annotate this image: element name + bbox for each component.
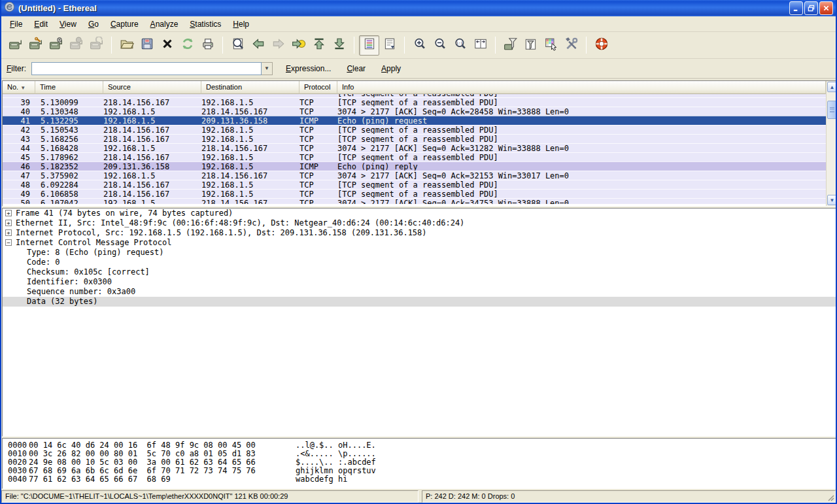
column-header-info[interactable]: Info <box>337 81 826 94</box>
packet-row-partial-bottom[interactable]: 506.107042192.168.1.5218.14.156.167TCP30… <box>3 198 826 204</box>
find-packet-button[interactable] <box>228 35 248 56</box>
packet-row[interactable]: 486.092284218.14.156.167192.168.1.5TCP[T… <box>3 180 826 189</box>
filter-input[interactable] <box>31 62 262 75</box>
capture-stop-button[interactable] <box>66 35 86 56</box>
capture-filter-button[interactable] <box>500 35 521 56</box>
go-forward-button[interactable] <box>268 35 288 56</box>
expand-icon[interactable]: + <box>5 229 12 236</box>
zoom-100-icon: 1:1 <box>453 37 468 54</box>
detail-line[interactable]: −Internet Control Message Protocol <box>3 238 837 248</box>
packet-row[interactable]: 455.178962218.14.156.167192.168.1.5TCP[T… <box>3 152 826 161</box>
packet-row[interactable]: 496.106858218.14.156.167192.168.1.5TCP[T… <box>3 189 826 198</box>
arrow-left-icon <box>251 37 265 54</box>
packet-row-partial-top[interactable]: [TCP segment of a reassembled PDU] <box>3 94 826 97</box>
folder-icon <box>120 37 134 54</box>
zoom-in-button[interactable] <box>409 35 430 56</box>
main-toolbar: 1:1 <box>1 32 836 59</box>
zoom-out-icon <box>433 37 447 54</box>
collapse-icon[interactable]: − <box>5 239 12 246</box>
menu-capture[interactable]: Capture <box>105 18 145 31</box>
resize-columns-button[interactable] <box>470 35 490 56</box>
column-header-protocol[interactable]: Protocol <box>299 81 337 94</box>
filter-apply-button[interactable]: Apply <box>379 63 403 75</box>
packet-row[interactable]: 425.150543218.14.156.167192.168.1.5TCP[T… <box>3 125 826 134</box>
printer-icon <box>201 37 215 54</box>
netcard-stop-icon <box>69 37 84 54</box>
zoom-100-button[interactable]: 1:1 <box>450 35 470 56</box>
expand-icon[interactable]: + <box>5 210 12 216</box>
menu-analyze[interactable]: Analyze <box>145 18 184 31</box>
filter-expression-button[interactable]: Expression... <box>283 63 333 75</box>
scroll-down-button[interactable]: ▼ <box>827 195 837 205</box>
scrollbar-thumb[interactable] <box>827 101 837 119</box>
print-button[interactable] <box>197 35 218 56</box>
filter-dropdown-button[interactable]: ▼ <box>262 62 273 75</box>
go-to-packet-button[interactable] <box>288 35 309 56</box>
detail-line[interactable]: Data (32 bytes) <box>3 297 837 307</box>
capture-filter-icon <box>504 37 518 54</box>
go-to-bottom-button[interactable] <box>329 35 349 56</box>
column-header-destination[interactable]: Destination <box>201 81 299 94</box>
filter-bar: Filter: ▼ Expression...ClearApply <box>1 59 836 79</box>
zoom-out-button[interactable] <box>430 35 450 56</box>
column-header-time[interactable]: Time <box>35 81 103 94</box>
hex-line[interactable]: 004077 61 62 63 64 65 66 67 68 69wabcdef… <box>3 475 837 484</box>
expand-icon[interactable]: + <box>5 220 12 226</box>
detail-line[interactable]: +Frame 41 (74 bytes on wire, 74 bytes ca… <box>3 209 837 218</box>
restore-button[interactable] <box>804 1 818 15</box>
reload-button[interactable] <box>177 35 197 56</box>
packet-row[interactable]: 475.375902192.168.1.5218.14.156.167TCP30… <box>3 171 826 180</box>
menu-go[interactable]: Go <box>82 18 105 31</box>
detail-line[interactable]: Code: 0 <box>3 258 837 267</box>
column-header-source[interactable]: Source <box>103 81 201 94</box>
packet-row[interactable]: 395.130099218.14.156.167192.168.1.5TCP[T… <box>3 97 826 107</box>
arrow-bottom-icon <box>332 37 347 54</box>
packet-row[interactable]: 435.168256218.14.156.167192.168.1.5TCP[T… <box>3 134 826 143</box>
packet-row[interactable]: 405.130348192.168.1.5218.14.156.167TCP30… <box>3 107 826 116</box>
menu-help[interactable]: Help <box>227 18 255 31</box>
packet-row[interactable]: 445.168428192.168.1.5218.14.156.167TCP30… <box>3 143 826 152</box>
status-bar: File: "C:\DOCUME~1\THELIT~1\LOCALS~1\Tem… <box>1 490 836 503</box>
capture-restart-button[interactable] <box>86 35 107 56</box>
netcard-gear-icon <box>49 37 63 54</box>
display-filter-button[interactable] <box>521 35 541 56</box>
detail-line[interactable]: Checksum: 0x105c [correct] <box>3 267 837 277</box>
open-capture-button[interactable] <box>116 35 137 56</box>
capture-options-button[interactable] <box>26 35 46 56</box>
preferences-button[interactable] <box>561 35 581 56</box>
floppy-icon <box>140 37 154 54</box>
resize-grip[interactable] <box>826 493 835 502</box>
coloring-rules-button[interactable] <box>541 35 561 56</box>
detail-line[interactable]: Sequence number: 0x3a00 <box>3 287 837 297</box>
column-header-no[interactable]: No.▼ <box>3 81 35 94</box>
detail-line[interactable]: Type: 8 (Echo (ping) request) <box>3 248 837 258</box>
status-packet-counts: P: 242 D: 242 M: 0 Drops: 0 <box>422 490 836 503</box>
close-capture-button[interactable] <box>157 35 177 56</box>
menu-statistics[interactable]: Statistics <box>184 18 227 31</box>
menu-view[interactable]: View <box>54 18 82 31</box>
save-capture-button[interactable] <box>137 35 157 56</box>
minimize-button[interactable] <box>789 1 803 15</box>
packet-row[interactable]: [TCP segment of a reassembled PDU] <box>3 94 826 97</box>
detail-line[interactable]: Identifier: 0x0300 <box>3 277 837 287</box>
packet-list-scrollbar[interactable]: ▲ ▼ <box>826 81 837 206</box>
detail-line[interactable]: +Ethernet II, Src: Intel_48:9f:9c (00:16… <box>3 218 837 228</box>
menu-edit[interactable]: Edit <box>28 18 54 31</box>
go-to-top-button[interactable] <box>309 35 329 56</box>
capture-start-button[interactable] <box>46 35 66 56</box>
packet-row[interactable]: 465.182352209.131.36.158192.168.1.5ICMPE… <box>3 161 826 171</box>
close-button[interactable] <box>819 1 833 15</box>
go-back-button[interactable] <box>248 35 268 56</box>
menu-file[interactable]: File <box>4 18 28 31</box>
auto-scroll-toggle[interactable] <box>379 35 400 56</box>
colorize-toggle[interactable] <box>359 35 379 56</box>
packet-row[interactable]: 415.132295192.168.1.5209.131.36.158ICMPE… <box>3 116 826 125</box>
hex-ascii: wabcdefg hi <box>296 475 347 484</box>
scroll-up-button[interactable]: ▲ <box>827 82 837 92</box>
title-bar[interactable]: (Untitled) - Ethereal <box>1 0 836 16</box>
filter-clear-button[interactable]: Clear <box>344 63 368 75</box>
packet-row[interactable]: 506.107042192.168.1.5218.14.156.167TCP30… <box>3 198 826 204</box>
interface-list-button[interactable] <box>5 35 26 56</box>
detail-line[interactable]: +Internet Protocol, Src: 192.168.1.5 (19… <box>3 228 837 238</box>
help-button[interactable] <box>591 35 611 56</box>
